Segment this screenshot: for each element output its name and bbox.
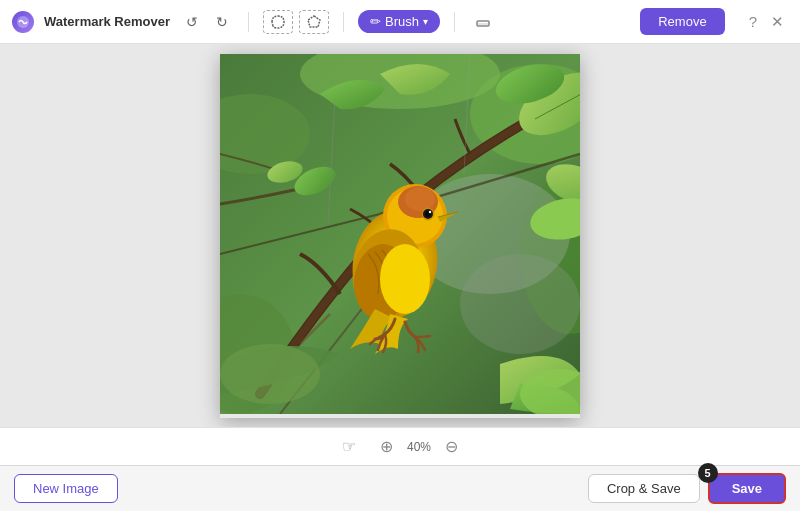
lasso-tool-button[interactable] <box>263 10 293 34</box>
brush-label: Brush <box>385 14 419 29</box>
redo-button[interactable]: ↻ <box>210 10 234 34</box>
svg-point-28 <box>429 210 431 212</box>
app-logo <box>12 11 34 33</box>
zoom-in-icon[interactable]: ⊕ <box>380 437 393 456</box>
footer-right-group: Crop & Save 5 Save <box>588 473 786 504</box>
divider-1 <box>248 12 249 32</box>
brush-tool-button[interactable]: ✏ Brush ▾ <box>358 10 440 33</box>
divider-2 <box>343 12 344 32</box>
hand-tool-icon[interactable]: ☞ <box>342 437 356 456</box>
zoom-out-icon[interactable]: ⊖ <box>445 437 458 456</box>
title-bar: Watermark Remover ↺ ↻ ✏ Brush ▾ Re <box>0 0 800 44</box>
brush-icon: ✏ <box>370 14 381 29</box>
save-button-wrapper: 5 Save <box>708 473 786 504</box>
svg-point-25 <box>405 187 435 211</box>
image-container <box>220 54 580 418</box>
new-image-button[interactable]: New Image <box>14 474 118 503</box>
svg-rect-1 <box>477 21 489 26</box>
history-controls: ↺ ↻ <box>180 10 234 34</box>
eraser-tool-button[interactable] <box>469 10 497 34</box>
main-image <box>220 54 580 414</box>
svg-point-10 <box>460 254 580 354</box>
crop-save-button[interactable]: Crop & Save <box>588 474 700 503</box>
close-button[interactable]: ✕ <box>767 11 788 33</box>
remove-button[interactable]: Remove <box>640 8 724 35</box>
badge: 5 <box>698 463 718 483</box>
divider-3 <box>454 12 455 32</box>
footer-bar: New Image Crop & Save 5 Save <box>0 465 800 511</box>
save-button[interactable]: Save <box>708 473 786 504</box>
selection-tools <box>263 10 329 34</box>
svg-point-34 <box>220 344 320 404</box>
canvas-area <box>0 44 800 427</box>
undo-button[interactable]: ↺ <box>180 10 204 34</box>
svg-point-33 <box>380 244 430 314</box>
zoom-bar: ☞ ⊕ 40% ⊖ <box>0 427 800 465</box>
zoom-level-text: 40% <box>401 440 437 454</box>
window-controls: ? ✕ <box>745 11 788 33</box>
polygon-tool-button[interactable] <box>299 10 329 34</box>
help-button[interactable]: ? <box>745 11 761 32</box>
app-title-text: Watermark Remover <box>44 14 170 29</box>
brush-dropdown-icon: ▾ <box>423 16 428 27</box>
